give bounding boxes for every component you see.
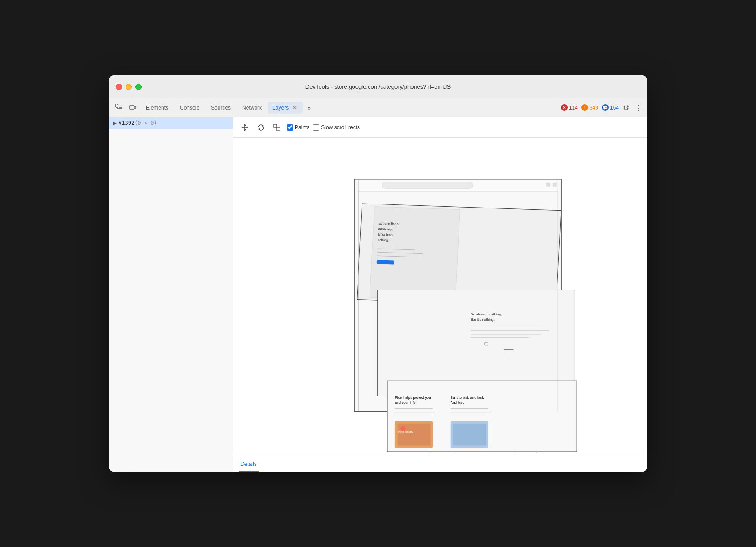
badge-group: ✕ 114 ! 349 💬 164 [561, 104, 619, 111]
error-icon: ✕ [561, 104, 568, 111]
error-count: 114 [569, 105, 578, 111]
window-title: DevTools - store.google.com/category/pho… [305, 83, 451, 90]
slow-scroll-checkbox[interactable] [313, 124, 319, 131]
pan-tool-button[interactable] [239, 121, 251, 134]
svg-text:Extraordinary: Extraordinary [378, 221, 400, 226]
svg-rect-28 [382, 182, 473, 189]
info-icon: 💬 [602, 104, 609, 111]
tab-close-icon[interactable]: ✕ [291, 104, 298, 111]
slow-scroll-label: Slow scroll rects [321, 124, 360, 131]
svg-text:like it's nothing.: like it's nothing. [471, 318, 495, 322]
tab-layers[interactable]: Layers ✕ [268, 102, 303, 114]
tab-elements[interactable]: Elements [141, 102, 174, 114]
title-bar: DevTools - store.google.com/category/pho… [109, 75, 647, 98]
warning-badge[interactable]: ! 349 [581, 104, 598, 111]
traffic-lights [116, 84, 142, 90]
warning-count: 349 [589, 105, 598, 111]
settings-button[interactable]: ⚙ [620, 102, 632, 114]
details-bar: Details [233, 453, 647, 472]
svg-text:And last.: And last. [451, 401, 464, 405]
svg-line-10 [277, 124, 280, 127]
tree-arrow-icon: ▶ [113, 121, 117, 126]
node-dims: (0 × 0) [134, 120, 157, 126]
info-count: 164 [610, 105, 619, 111]
details-tab[interactable]: Details [239, 461, 259, 472]
svg-text:cameras.: cameras. [378, 227, 393, 232]
layers-canvas[interactable]: Extraordinary cameras. Effortless editin… [233, 138, 647, 453]
svg-rect-0 [115, 105, 118, 107]
devtools-window: DevTools - store.google.com/category/pho… [109, 75, 647, 471]
rotate-tool-button[interactable] [255, 121, 267, 134]
main-panel: Paints Slow scroll rects [233, 117, 647, 471]
maximize-button[interactable] [135, 84, 142, 90]
tab-sources[interactable]: Sources [206, 102, 236, 114]
svg-text:Pixel security: Pixel security [398, 430, 413, 433]
svg-rect-29 [546, 183, 550, 187]
minimize-button[interactable] [126, 84, 132, 90]
paints-checkbox[interactable] [287, 124, 293, 131]
more-options-button[interactable]: ⋮ [633, 102, 644, 114]
tab-layers-label: Layers [272, 105, 289, 111]
svg-text:Pixel helps protect you: Pixel helps protect you [395, 396, 431, 400]
tab-console[interactable]: Console [175, 102, 205, 114]
tab-more-button[interactable]: » [304, 102, 314, 113]
svg-rect-30 [553, 183, 557, 187]
warning-icon: ! [581, 104, 588, 111]
svg-rect-5 [130, 106, 134, 109]
svg-point-49 [400, 426, 405, 431]
content-area: ▶ #1392 (0 × 0) [109, 117, 647, 471]
close-button[interactable] [116, 84, 122, 90]
svg-line-9 [274, 124, 277, 127]
inspect-element-icon[interactable] [112, 102, 125, 114]
svg-rect-56 [453, 424, 486, 446]
svg-text:Built to last. And last.: Built to last. And last. [451, 396, 484, 400]
svg-rect-26 [377, 260, 394, 265]
slow-scroll-checkbox-group[interactable]: Slow scroll rects [313, 124, 360, 131]
sidebar-item-1392[interactable]: ▶ #1392 (0 × 0) [109, 117, 233, 129]
svg-text:Effortless: Effortless [378, 233, 393, 237]
layers-toolbar: Paints Slow scroll rects [233, 117, 647, 138]
tab-network[interactable]: Network [237, 102, 267, 114]
info-badge[interactable]: 💬 164 [602, 104, 619, 111]
error-badge[interactable]: ✕ 114 [561, 104, 578, 111]
svg-marker-31 [377, 290, 574, 396]
tab-bar: Elements Console Sources Network Layers … [109, 98, 647, 117]
layers-3d-visualization: Extraordinary cameras. Effortless editin… [233, 138, 647, 453]
paints-checkbox-group[interactable]: Paints [287, 124, 309, 131]
device-toolbar-icon[interactable] [126, 102, 139, 114]
svg-rect-8 [277, 127, 280, 131]
paints-label: Paints [295, 124, 309, 131]
layers-sidebar: ▶ #1392 (0 × 0) [109, 117, 233, 471]
svg-text:Do almost anything,: Do almost anything, [471, 312, 502, 316]
svg-rect-6 [134, 106, 136, 109]
node-id: #1392 [118, 120, 134, 126]
reset-tool-button[interactable] [271, 121, 283, 134]
svg-text:editing.: editing. [378, 238, 389, 243]
svg-text:and your info.: and your info. [395, 401, 417, 405]
